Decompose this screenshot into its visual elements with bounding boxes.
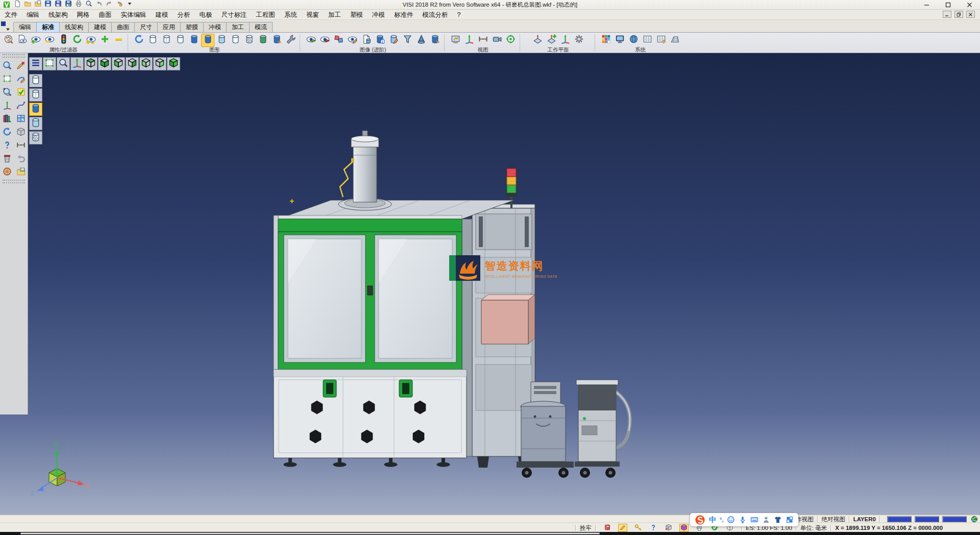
save-model[interactable]	[64, 1, 73, 9]
lock-entities[interactable]	[633, 524, 643, 532]
network-globe-icon[interactable]	[970, 515, 979, 523]
menu-item-13[interactable]: 加工	[324, 10, 346, 20]
tab-建模[interactable]: 建模	[88, 22, 112, 32]
mode-hidden-line[interactable]	[29, 88, 42, 102]
new-workplane[interactable]	[545, 34, 558, 47]
edit-entity[interactable]	[387, 34, 400, 47]
open-copy[interactable]	[33, 1, 42, 9]
filter-entities[interactable]	[401, 34, 414, 47]
sogou-logo-icon[interactable]	[695, 515, 705, 525]
snap-cube[interactable]	[664, 524, 673, 532]
delete-entities[interactable]	[1, 153, 13, 165]
translucent-mode[interactable]	[215, 34, 228, 47]
menu-item-18[interactable]: ?	[453, 10, 465, 20]
window-zoom[interactable]	[43, 57, 56, 70]
analysis-mode[interactable]	[242, 34, 256, 47]
graphics-settings[interactable]	[284, 34, 297, 47]
grid-settings[interactable]	[668, 34, 681, 47]
measure-distance[interactable]	[15, 140, 27, 152]
mode-sketch[interactable]	[29, 131, 42, 144]
menu-item-15[interactable]: 冲模	[368, 10, 389, 20]
dock-handle-bottom[interactable]	[3, 180, 25, 183]
color-entities[interactable]	[332, 34, 345, 47]
edit-mode[interactable]	[618, 524, 627, 532]
target-view[interactable]	[504, 34, 517, 47]
orient-view[interactable]	[462, 34, 476, 47]
curve-modify[interactable]	[15, 100, 27, 112]
workplane-manager[interactable]	[531, 34, 544, 47]
render-cube[interactable]	[679, 524, 689, 532]
menu-item-4[interactable]: 曲面	[94, 10, 116, 20]
camera-view[interactable]	[490, 34, 503, 47]
navigation-compass[interactable]	[1, 166, 13, 179]
tab-标准[interactable]: 标准	[36, 22, 60, 32]
tab-曲面[interactable]: 曲面	[111, 22, 135, 32]
help-status[interactable]	[649, 524, 658, 532]
tab-加工[interactable]: 加工	[226, 22, 250, 32]
ime-lang-toggle[interactable]: 中	[709, 514, 716, 526]
dock-handle[interactable]	[3, 54, 25, 58]
menu-item-0[interactable]: 文件	[0, 10, 22, 20]
query-help[interactable]	[1, 140, 13, 152]
menu-item-14[interactable]: 塑模	[346, 10, 368, 20]
filter-settings[interactable]	[57, 34, 70, 47]
sketch-edit[interactable]	[15, 60, 27, 72]
regenerate-view[interactable]	[1, 127, 13, 139]
maximize-button[interactable]	[937, 0, 959, 10]
print[interactable]	[74, 1, 83, 9]
flat-mode[interactable]	[229, 34, 242, 47]
undo-history[interactable]	[115, 1, 124, 9]
tab-模流[interactable]: 模流	[249, 22, 273, 32]
open-file[interactable]	[23, 1, 32, 9]
hide-advanced[interactable]	[318, 34, 331, 47]
menu-item-1[interactable]: 编辑	[22, 10, 44, 20]
measure-view[interactable]	[476, 34, 489, 47]
mdi-close-button[interactable]	[966, 11, 975, 18]
regen-graphics[interactable]	[132, 34, 145, 47]
menu-item-2[interactable]: 线架构	[44, 10, 72, 20]
view-menu[interactable]	[29, 57, 42, 70]
entity-report[interactable]	[359, 34, 373, 47]
dynamic-view[interactable]	[449, 34, 462, 47]
menu-item-8[interactable]: 电极	[195, 10, 217, 20]
tab-线架构[interactable]: 线架构	[59, 22, 89, 32]
view-front[interactable]	[112, 57, 125, 70]
units-label[interactable]: 单位: 毫米	[800, 524, 827, 532]
mdi-restore-button[interactable]	[954, 11, 963, 18]
zoom-search[interactable]	[1, 60, 13, 72]
view-isometric[interactable]	[167, 57, 180, 70]
hidden-dashed-mode[interactable]	[174, 34, 187, 47]
menu-item-12[interactable]: 视窗	[302, 10, 324, 20]
menu-item-3[interactable]: 网格	[72, 10, 94, 20]
modify-attributes[interactable]	[2, 34, 15, 47]
orient-triad[interactable]	[70, 57, 84, 70]
view-right[interactable]	[153, 57, 166, 70]
copy-attributes[interactable]	[15, 34, 29, 47]
menu-item-5[interactable]: 实体编辑	[116, 10, 151, 20]
refresh-filters[interactable]	[70, 34, 84, 47]
edit-appearance[interactable]	[346, 34, 359, 47]
align-workplane[interactable]	[558, 34, 572, 47]
shaded-mode[interactable]	[187, 34, 201, 47]
mode-shaded-edges[interactable]	[29, 117, 42, 130]
menu-item-7[interactable]: 分析	[173, 10, 195, 20]
orient-move[interactable]	[1, 100, 13, 112]
toolbar-options[interactable]	[125, 1, 134, 9]
view-mode-label[interactable]: 绝对视图	[822, 516, 845, 523]
remove-filter[interactable]	[112, 34, 125, 47]
save-as[interactable]	[54, 1, 63, 9]
color-table[interactable]	[599, 34, 612, 47]
layer-manager[interactable]	[603, 524, 612, 532]
mdi-minimize-button[interactable]	[943, 11, 951, 18]
view-layout[interactable]	[15, 113, 27, 126]
shaded-edges-mode[interactable]	[201, 34, 214, 47]
add-filter[interactable]	[98, 34, 111, 47]
tab-冲模[interactable]: 冲模	[203, 22, 227, 32]
tab-尺寸[interactable]: 尺寸	[134, 22, 158, 32]
mode-wireframe[interactable]	[29, 74, 42, 87]
window-select[interactable]	[1, 74, 13, 86]
redo[interactable]	[105, 1, 114, 9]
solid-display[interactable]	[15, 127, 27, 139]
save[interactable]	[43, 1, 53, 9]
render-quality[interactable]	[256, 34, 270, 47]
